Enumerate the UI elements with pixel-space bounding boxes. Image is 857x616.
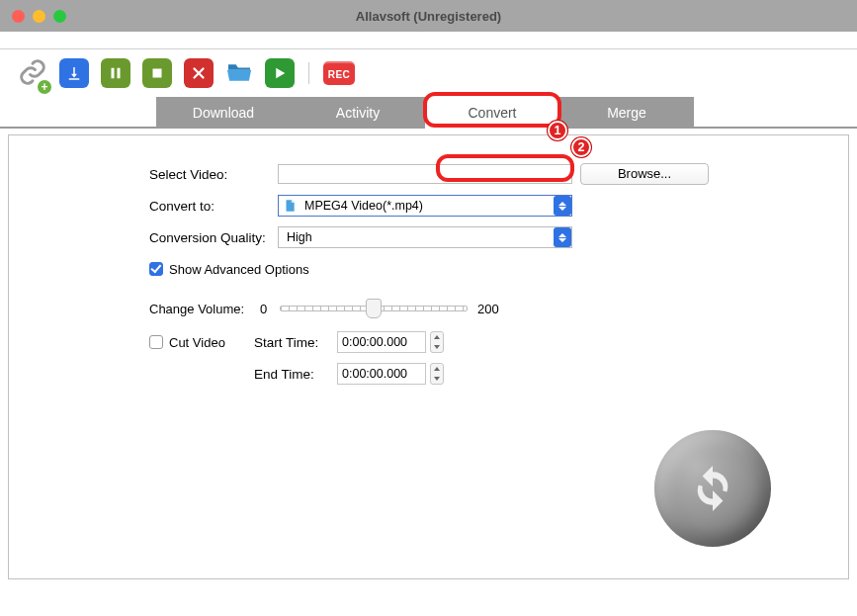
browse-button[interactable]: Browse... [580,163,709,185]
start-time-stepper[interactable] [430,331,444,353]
download-button[interactable] [59,58,89,88]
tab-download-label: Download [193,105,254,121]
start-time-label: Start Time: [254,335,337,350]
open-folder-button[interactable] [225,61,253,86]
toolbar: REC [0,49,857,95]
quality-label: Conversion Quality: [149,230,278,245]
tab-strip: Download Activity Convert Merge 1 [0,95,857,129]
svg-rect-0 [112,68,115,79]
show-advanced-checkbox[interactable] [149,262,163,276]
maximize-window-button[interactable] [53,10,66,23]
chevron-updown-icon [554,227,571,247]
titlebar: Allavsoft (Unregistered) [0,0,857,32]
annotation-1: 1 [548,121,567,140]
show-advanced-label: Show Advanced Options [169,262,309,277]
end-time-label: End Time: [254,367,337,382]
pause-button[interactable] [101,58,130,88]
record-label: REC [328,69,351,80]
volume-slider[interactable] [280,306,468,311]
row-select-video: Select Video: Browse... [149,161,830,187]
annotation-2: 2 [571,137,591,157]
close-window-button[interactable] [12,10,25,23]
convert-to-label: Convert to: [149,199,278,214]
svg-rect-2 [153,69,162,78]
row-volume: Change Volume: 0 200 [149,296,830,321]
end-time-stepper[interactable] [430,363,444,385]
convert-to-select[interactable]: MPEG4 Video(*.mp4) [278,195,572,217]
svg-rect-1 [118,68,121,79]
tab-merge[interactable]: Merge [559,97,694,129]
paste-url-icon[interactable] [18,57,47,90]
cut-video-checkbox[interactable] [149,335,163,349]
convert-to-value: MPEG4 Video(*.mp4) [300,199,554,213]
tab-convert-label: Convert [468,105,516,121]
delete-button[interactable] [184,58,214,88]
convert-panel: Select Video: Browse... Convert to: MPEG… [8,134,849,579]
tab-activity[interactable]: Activity [291,97,425,129]
row-convert-to: Convert to: MPEG4 Video(*.mp4) [149,193,830,219]
quality-value: High [279,230,554,244]
play-button[interactable] [265,58,295,88]
row-cut-start: Cut Video Start Time: [149,329,830,355]
refresh-icon [688,464,737,513]
volume-min: 0 [260,302,274,316]
tab-convert[interactable]: Convert [425,97,559,129]
tab-download[interactable]: Download [156,97,291,129]
sub-titlebar [0,32,857,49]
tab-activity-label: Activity [336,105,380,121]
end-time-input[interactable] [337,363,426,385]
minimize-window-button[interactable] [33,10,45,23]
window-title: Allavsoft (Unregistered) [0,9,857,24]
start-conversion-button[interactable] [654,430,771,547]
row-quality: Conversion Quality: High [149,224,830,250]
cut-video-label: Cut Video [169,335,254,350]
select-video-input[interactable] [278,164,572,184]
start-time-input[interactable] [337,331,426,353]
stop-button[interactable] [142,58,172,88]
row-show-advanced: Show Advanced Options [149,256,830,282]
tab-merge-label: Merge [607,105,646,121]
browse-button-label: Browse... [618,166,671,181]
select-video-label: Select Video: [149,167,278,182]
window-controls [12,10,66,23]
volume-slider-thumb[interactable] [366,299,382,318]
row-end-time: End Time: [149,361,830,387]
quality-select[interactable]: High [278,226,572,248]
format-file-icon [279,199,300,213]
chevron-updown-icon [554,196,571,216]
volume-max: 200 [477,302,499,316]
toolbar-separator [308,62,309,84]
record-button[interactable]: REC [323,61,355,85]
volume-label: Change Volume: [149,302,260,316]
